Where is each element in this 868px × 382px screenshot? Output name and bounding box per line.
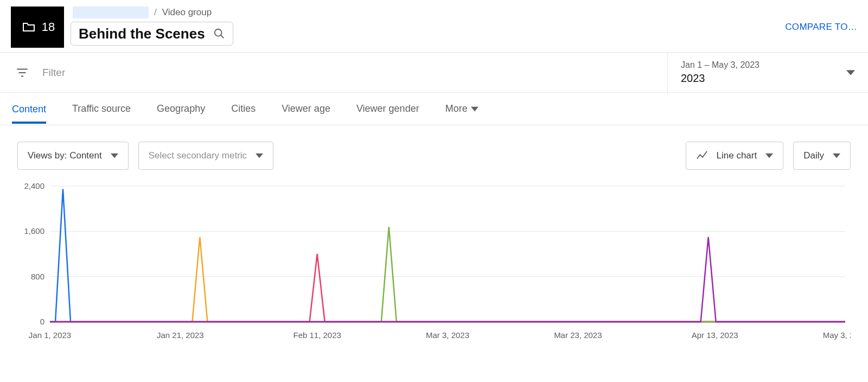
svg-text:Jan 1, 2023: Jan 1, 2023 bbox=[29, 330, 71, 340]
tab-more[interactable]: More bbox=[445, 94, 478, 123]
chevron-down-icon bbox=[256, 152, 263, 160]
folder-icon bbox=[20, 21, 37, 34]
compare-to-button[interactable]: COMPARE TO… bbox=[785, 22, 857, 33]
chevron-down-icon bbox=[833, 152, 840, 160]
breadcrumb-channel[interactable] bbox=[73, 7, 149, 18]
chart-svg: 08001,6002,400Jan 1, 2023Jan 21, 2023Feb… bbox=[17, 181, 851, 343]
chart-series-series-5 bbox=[50, 237, 845, 322]
tab-viewer-age[interactable]: Viewer age bbox=[282, 94, 330, 123]
chart-series-series-4 bbox=[50, 227, 845, 322]
tab-content[interactable]: Content bbox=[12, 95, 46, 124]
chevron-down-icon bbox=[111, 152, 118, 160]
filter-placeholder: Filter bbox=[42, 67, 65, 79]
date-range-text: Jan 1 – May 3, 2023 bbox=[681, 60, 760, 70]
svg-text:800: 800 bbox=[31, 272, 44, 281]
chart-type-label: Line chart bbox=[717, 150, 757, 161]
date-range-picker[interactable]: Jan 1 – May 3, 2023 2023 bbox=[667, 53, 868, 92]
chevron-down-icon bbox=[471, 105, 478, 113]
breadcrumb-separator: / bbox=[154, 7, 157, 18]
title-search[interactable]: Behind the Scenes bbox=[71, 22, 233, 46]
chart-series-series-2 bbox=[50, 237, 845, 322]
svg-text:Apr 13, 2023: Apr 13, 2023 bbox=[692, 330, 738, 340]
secondary-metric-label: Select secondary metric bbox=[149, 150, 247, 161]
svg-text:1,600: 1,600 bbox=[24, 226, 44, 235]
page-title: Behind the Scenes bbox=[79, 26, 208, 42]
svg-text:Jan 21, 2023: Jan 21, 2023 bbox=[157, 330, 204, 340]
svg-text:May 3, 2023: May 3, 2023 bbox=[823, 330, 851, 340]
breadcrumb-group-label: Video group bbox=[162, 7, 212, 18]
views-by-dropdown[interactable]: Views by: Content bbox=[17, 142, 129, 170]
chart-series-series-1 bbox=[50, 189, 845, 322]
folder-count: 18 bbox=[42, 20, 55, 34]
chart-series-series-3 bbox=[50, 254, 845, 322]
tab-traffic-source[interactable]: Traffic source bbox=[72, 94, 131, 123]
svg-text:Mar 23, 2023: Mar 23, 2023 bbox=[554, 330, 602, 340]
line-chart-icon bbox=[696, 150, 708, 162]
filter-icon bbox=[15, 66, 29, 80]
svg-text:0: 0 bbox=[40, 317, 44, 326]
granularity-label: Daily bbox=[803, 150, 824, 161]
tabs-row: ContentTraffic sourceGeographyCitiesView… bbox=[0, 93, 868, 125]
secondary-metric-dropdown[interactable]: Select secondary metric bbox=[138, 142, 273, 170]
chart-type-dropdown[interactable]: Line chart bbox=[686, 142, 784, 170]
search-icon bbox=[213, 28, 225, 40]
svg-text:Mar 3, 2023: Mar 3, 2023 bbox=[426, 330, 469, 340]
tab-cities[interactable]: Cities bbox=[231, 94, 256, 123]
tab-geography[interactable]: Geography bbox=[157, 94, 205, 123]
breadcrumb: / Video group bbox=[71, 7, 778, 18]
svg-text:2,400: 2,400 bbox=[24, 181, 44, 190]
filter-input[interactable]: Filter bbox=[0, 53, 667, 92]
folder-badge[interactable]: 18 bbox=[11, 7, 64, 48]
svg-line-1 bbox=[221, 35, 224, 39]
chart: 08001,6002,400Jan 1, 2023Jan 21, 2023Feb… bbox=[0, 181, 868, 354]
date-year-text: 2023 bbox=[681, 72, 760, 85]
chevron-down-icon bbox=[765, 152, 773, 160]
chevron-down-icon bbox=[846, 68, 855, 77]
views-by-label: Views by: Content bbox=[28, 150, 102, 161]
svg-text:Feb 11, 2023: Feb 11, 2023 bbox=[293, 330, 341, 340]
svg-point-0 bbox=[215, 29, 222, 36]
tab-viewer-gender[interactable]: Viewer gender bbox=[356, 94, 419, 123]
granularity-dropdown[interactable]: Daily bbox=[793, 142, 851, 170]
